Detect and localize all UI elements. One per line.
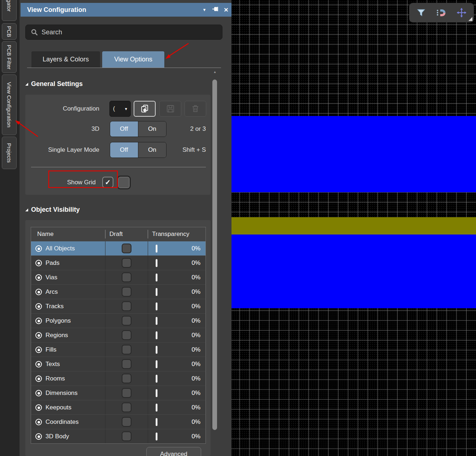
eye-visibility-icon[interactable] xyxy=(35,347,42,353)
draft-checkbox[interactable] xyxy=(122,388,131,398)
sidebar-tab-projects[interactable]: Projects xyxy=(2,137,17,169)
sidebar-tab-navigator[interactable]: Navigator xyxy=(2,0,17,21)
eye-visibility-icon[interactable] xyxy=(35,318,42,324)
single-layer-on-segment[interactable]: On xyxy=(138,142,166,158)
object-visibility-row[interactable]: Coordinates 0% xyxy=(31,414,205,429)
object-visibility-row[interactable]: Keepouts 0% xyxy=(31,400,205,414)
show-grid-checkbox[interactable]: ✓ xyxy=(102,177,113,188)
transparency-slider-handle[interactable] xyxy=(156,418,157,426)
sidebar-tab-view-configuration[interactable]: View Configuration xyxy=(2,74,17,135)
scrollbar-up-arrow-icon[interactable]: ▲ xyxy=(212,70,217,74)
transparency-slider-handle[interactable] xyxy=(156,389,157,397)
transparency-slider-handle[interactable] xyxy=(156,259,157,267)
3d-on-segment[interactable]: On xyxy=(138,121,166,137)
object-visibility-row[interactable]: Texts 0% xyxy=(31,357,205,371)
sidebar-tab-pcb-filter[interactable]: PCB Filter xyxy=(2,41,17,73)
eye-visibility-icon[interactable] xyxy=(35,274,42,281)
tab-layers-and-colors[interactable]: Layers & Colors xyxy=(31,51,100,68)
draft-checkbox[interactable] xyxy=(122,359,131,369)
draft-checkbox[interactable] xyxy=(122,258,131,268)
eye-visibility-icon[interactable] xyxy=(35,404,42,411)
advanced-button[interactable]: Advanced xyxy=(146,447,201,456)
transparency-slider-handle[interactable] xyxy=(156,360,157,368)
single-layer-off-segment[interactable]: Off xyxy=(110,142,138,158)
transparency-slider-handle[interactable] xyxy=(156,245,157,253)
draft-checkbox[interactable] xyxy=(122,272,131,282)
draft-checkbox[interactable] xyxy=(122,417,131,427)
draft-checkbox[interactable] xyxy=(122,374,131,383)
close-icon[interactable]: ✕ xyxy=(221,7,231,13)
eye-visibility-icon[interactable] xyxy=(35,433,42,440)
object-visibility-row[interactable]: Rooms 0% xyxy=(31,371,205,386)
eye-visibility-icon[interactable] xyxy=(35,289,42,295)
object-name: Polygons xyxy=(46,314,71,328)
column-separator xyxy=(105,415,105,429)
object-visibility-row[interactable]: Vias 0% xyxy=(31,270,205,284)
object-visibility-row[interactable]: Arcs 0% xyxy=(31,284,205,299)
object-visibility-row[interactable]: Polygons 0% xyxy=(31,313,205,328)
general-settings-header[interactable]: General Settings xyxy=(25,80,83,88)
column-separator xyxy=(148,314,148,328)
delete-configuration-button[interactable] xyxy=(185,101,206,117)
transparency-slider-handle[interactable] xyxy=(156,433,157,440)
eye-visibility-icon[interactable] xyxy=(35,332,42,339)
transparency-slider-handle[interactable] xyxy=(156,274,157,281)
eye-visibility-icon[interactable] xyxy=(35,361,42,367)
move-crosshair-icon[interactable] xyxy=(456,8,467,18)
toolbar-resize-handle-icon[interactable] xyxy=(468,17,472,21)
eye-visibility-icon[interactable] xyxy=(35,390,42,396)
object-visibility-row[interactable]: Tracks 0% xyxy=(31,299,205,313)
3d-toggle[interactable]: Off On xyxy=(110,121,166,137)
panel-pin-icon[interactable] xyxy=(210,6,221,13)
transparency-slider-handle[interactable] xyxy=(156,404,157,412)
configuration-dropdown[interactable]: ( ▼ xyxy=(109,101,131,117)
draft-checkbox[interactable] xyxy=(122,287,131,297)
transparency-value: 0% xyxy=(191,343,200,357)
column-separator xyxy=(148,357,148,371)
transparency-slider-handle[interactable] xyxy=(156,375,157,383)
single-layer-mode-toggle[interactable]: Off On xyxy=(110,142,166,158)
transparency-value: 0% xyxy=(191,256,200,270)
eye-visibility-icon[interactable] xyxy=(35,419,42,425)
grid-color-swatch[interactable] xyxy=(117,176,131,189)
panel-title: View Configuration xyxy=(21,6,199,14)
object-visibility-row[interactable]: Regions 0% xyxy=(31,328,205,342)
search-input[interactable] xyxy=(42,29,215,36)
3d-off-segment[interactable]: Off xyxy=(110,121,138,137)
draft-checkbox[interactable] xyxy=(122,316,131,326)
sidebar-tab-pcb[interactable]: PCB xyxy=(2,23,17,40)
transparency-slider-handle[interactable] xyxy=(156,317,157,325)
object-visibility-row[interactable]: All Objects 0% xyxy=(31,241,205,255)
transparency-value: 0% xyxy=(191,270,200,285)
object-visibility-row[interactable]: 3D Body 0% xyxy=(31,429,205,443)
save-configuration-button[interactable] xyxy=(159,101,181,117)
draft-checkbox[interactable] xyxy=(122,244,131,253)
draft-checkbox[interactable] xyxy=(122,301,131,311)
new-configuration-button[interactable] xyxy=(134,101,156,117)
eye-visibility-icon[interactable] xyxy=(35,260,42,266)
transparency-slider-handle[interactable] xyxy=(156,302,157,310)
object-visibility-row[interactable]: Fills 0% xyxy=(31,342,205,357)
draft-checkbox[interactable] xyxy=(122,431,131,441)
panel-menu-caret-icon[interactable]: ▼ xyxy=(199,8,210,12)
pcb-canvas[interactable] xyxy=(231,0,476,456)
collapse-triangle-icon xyxy=(25,83,28,86)
snap-magnet-icon[interactable] xyxy=(436,8,447,18)
transparency-slider-handle[interactable] xyxy=(156,288,157,296)
column-separator xyxy=(105,241,105,255)
panel-scrollbar-thumb[interactable] xyxy=(212,79,217,430)
draft-checkbox[interactable] xyxy=(122,403,131,412)
transparency-slider-handle[interactable] xyxy=(156,331,157,339)
filter-icon[interactable] xyxy=(416,8,426,17)
eye-visibility-icon[interactable] xyxy=(35,303,42,310)
eye-visibility-icon[interactable] xyxy=(35,375,42,382)
column-separator xyxy=(105,371,105,386)
object-visibility-row[interactable]: Pads 0% xyxy=(31,255,205,270)
draft-checkbox[interactable] xyxy=(122,345,131,354)
object-visibility-row[interactable]: Dimensions 0% xyxy=(31,386,205,400)
draft-checkbox[interactable] xyxy=(122,330,131,340)
eye-visibility-icon[interactable] xyxy=(35,245,42,252)
transparency-slider-handle[interactable] xyxy=(156,346,157,354)
tab-view-options[interactable]: View Options xyxy=(102,51,164,68)
object-visibility-header[interactable]: Object Visibility xyxy=(25,206,80,214)
